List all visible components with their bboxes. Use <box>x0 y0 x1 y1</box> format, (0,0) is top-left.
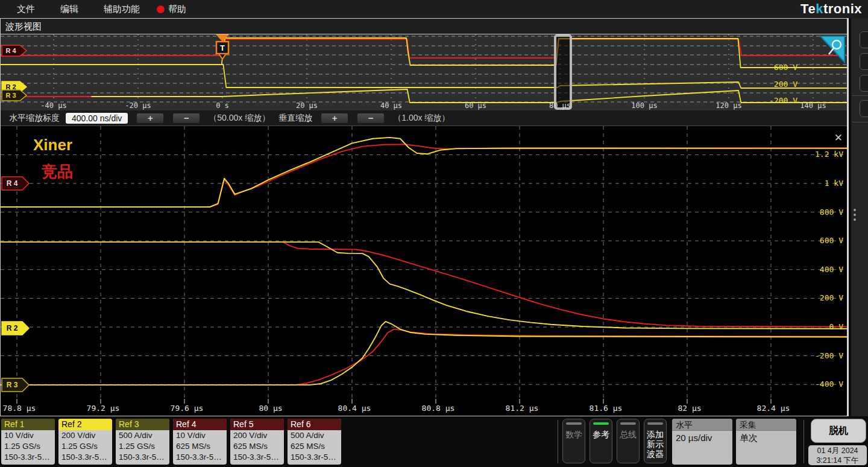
hzoom-scale-value[interactable]: 400.00 ns/div <box>66 113 128 124</box>
hzoom-factor: （50.00x 缩放） <box>209 113 270 124</box>
panel-drag-handle[interactable] <box>854 209 856 221</box>
hzoom-minus-button[interactable]: − <box>172 113 200 124</box>
acquisition-panel-title: 采集 <box>736 419 796 431</box>
ref2-scale: 200 V/div <box>58 430 112 441</box>
svg-text:600 V: 600 V <box>774 63 797 72</box>
horizontal-scale-value: 20 µs/div <box>672 431 732 443</box>
hzoom-scale-label: 水平缩放标度 <box>9 113 60 124</box>
vzoom-minus-button[interactable]: − <box>357 113 385 124</box>
zoom-lens-icon <box>829 48 834 54</box>
separator <box>558 420 558 463</box>
svg-text:400 V: 400 V <box>820 265 843 274</box>
svg-text:R 3: R 3 <box>7 381 18 389</box>
annotation-competitor: 竞品 <box>42 161 73 182</box>
window-title: 波形视图 <box>1 19 847 34</box>
help-record-dot-icon <box>157 5 165 13</box>
svg-text:79.6 µs: 79.6 µs <box>171 404 204 413</box>
hzoom-plus-button[interactable]: + <box>136 113 164 124</box>
ref6-rate: 625 MS/s <box>288 441 341 452</box>
svg-text:80 µs: 80 µs <box>549 101 571 110</box>
separator-2 <box>804 420 804 463</box>
menu-bar: 文件 编辑 辅助功能 帮助 Tektronix <box>0 0 868 18</box>
svg-text:T: T <box>220 43 225 52</box>
horizontal-panel-title: 水平 <box>672 419 732 431</box>
vzoom-label: 垂直缩放 <box>278 113 312 124</box>
side-button-1[interactable] <box>860 31 868 48</box>
bus-button[interactable]: 总线 <box>617 419 640 463</box>
tektronix-logo: Tektronix <box>800 1 862 17</box>
svg-text:200 V: 200 V <box>774 80 797 89</box>
ref5-badge[interactable]: Ref 5 200 V/div 625 MS/s 150-3.3r-5… <box>230 419 284 465</box>
ref5-rate: 625 MS/s <box>230 441 284 452</box>
svg-text:79.2 µs: 79.2 µs <box>87 404 120 413</box>
ref1-badge[interactable]: Ref 1 10 V/div 1.25 GS/s 150-3.3r-5… <box>1 419 55 465</box>
vzoom-plus-button[interactable]: + <box>321 113 348 124</box>
annotation-xiner: Xiner <box>33 136 72 154</box>
svg-text:-40 µs: -40 µs <box>40 101 66 110</box>
ref6-badge[interactable]: Ref 6 500 A/div 625 MS/s 150-3.3r-5… <box>288 419 341 465</box>
svg-text:R 4: R 4 <box>7 179 18 188</box>
menu-help-label: 帮助 <box>168 4 195 15</box>
acquisition-panel[interactable]: 采集 单次 <box>736 419 796 465</box>
menu-edit[interactable]: 编辑 <box>52 4 87 15</box>
ref3-header: Ref 3 <box>116 419 169 430</box>
svg-text:20 µs: 20 µs <box>296 101 318 110</box>
svg-text:800 V: 800 V <box>820 208 843 217</box>
ref3-scale: 500 A/div <box>116 430 169 441</box>
ref4-badge[interactable]: Ref 4 10 V/div 625 MS/s 150-3.3r-5… <box>173 419 227 465</box>
side-button-3[interactable] <box>860 75 868 92</box>
ref2-badge[interactable]: Ref 2 200 V/div 1.25 GS/s 150-3.3r-5… <box>58 419 112 465</box>
svg-text:120 µs: 120 µs <box>715 101 741 110</box>
menu-utility[interactable]: 辅助功能 <box>95 4 148 15</box>
side-divider-2 <box>852 122 868 122</box>
svg-text:0 V: 0 V <box>829 322 844 331</box>
svg-text:200 V: 200 V <box>820 293 843 302</box>
right-toolbar-strip <box>851 18 868 416</box>
ref6-scale: 500 A/div <box>288 430 341 441</box>
ref2-rate: 1.25 GS/s <box>58 441 112 452</box>
svg-text:R 2: R 2 <box>7 324 18 332</box>
svg-text:80.8 µs: 80.8 µs <box>422 404 455 413</box>
ref4-file: 150-3.3r-5… <box>173 452 227 463</box>
zoom-control-bar: 水平缩放标度 400.00 ns/div + − （50.00x 缩放） 垂直缩… <box>1 110 847 126</box>
ref2-file: 150-3.3r-5… <box>58 452 112 463</box>
ref1-header: Ref 1 <box>1 419 55 430</box>
svg-text:0 s: 0 s <box>216 101 229 110</box>
reference-button[interactable]: 参考 <box>590 419 612 463</box>
side-button-2[interactable] <box>860 53 868 70</box>
svg-text:40 µs: 40 µs <box>380 101 402 110</box>
svg-text:100 µs: 100 µs <box>631 101 657 110</box>
ref3-badge[interactable]: Ref 3 500 A/div 1.25 GS/s 150-3.3r-5… <box>116 419 169 465</box>
ref5-scale: 200 V/div <box>230 430 284 441</box>
svg-text:-200 V: -200 V <box>769 96 797 105</box>
offline-button[interactable]: 脱机 <box>811 419 866 443</box>
ref3-file: 150-3.3r-5… <box>116 452 169 463</box>
time-value: 3:21:14 下午 <box>808 456 867 465</box>
bus-button-label: 总线 <box>619 430 637 440</box>
svg-text:80.4 µs: 80.4 µs <box>338 404 371 413</box>
overview-waveform-strip[interactable]: -40 µs-20 µs0 s20 µs40 µs60 µs80 µs100 µ… <box>1 34 847 110</box>
svg-text:600 V: 600 V <box>820 236 843 245</box>
vzoom-factor: （1.00x 缩放） <box>393 113 450 124</box>
add-new-scope-label: 添加新示波器 <box>646 430 664 459</box>
zoomed-waveform-plot[interactable]: 78.8 µs79.2 µs79.6 µs80 µs80.4 µs80.8 µs… <box>1 126 847 416</box>
zoomed-chart[interactable]: 78.8 µs79.2 µs79.6 µs80 µs80.4 µs80.8 µs… <box>1 126 847 416</box>
overview-chart[interactable]: -40 µs-20 µs0 s20 µs40 µs60 µs80 µs100 µ… <box>1 34 847 110</box>
add-new-scope-button[interactable]: 添加新示波器 <box>644 419 667 463</box>
waveform-view-window: 波形视图 -40 µs-20 µs0 s20 µs40 µs60 µs80 µs… <box>0 18 849 416</box>
close-zoom-icon[interactable]: ✕ <box>834 132 843 144</box>
svg-text:R 4: R 4 <box>5 47 16 54</box>
horizontal-panel[interactable]: 水平 20 µs/div <box>672 419 732 465</box>
svg-text:-200 V: -200 V <box>815 351 843 360</box>
svg-text:1 kV: 1 kV <box>825 179 843 188</box>
ref4-rate: 625 MS/s <box>173 441 227 452</box>
svg-text:R 2: R 2 <box>5 83 16 91</box>
side-button-4[interactable] <box>860 100 868 117</box>
math-button[interactable]: 数学 <box>562 419 585 463</box>
ref6-header: Ref 6 <box>288 419 341 430</box>
svg-text:-400 V: -400 V <box>815 380 843 389</box>
ref5-header: Ref 5 <box>230 419 284 430</box>
menu-file[interactable]: 文件 <box>8 4 43 15</box>
menu-help[interactable]: 帮助 <box>157 4 195 15</box>
ref4-header: Ref 4 <box>173 419 227 430</box>
